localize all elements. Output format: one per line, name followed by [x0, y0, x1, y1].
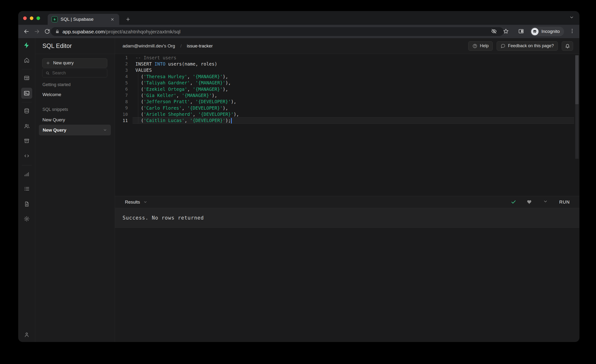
home-icon[interactable] — [21, 55, 32, 66]
main-header: adam@windmill.dev's Org / issue-tracker … — [115, 38, 579, 54]
settings-icon[interactable] — [21, 213, 32, 224]
code-text: INSERT INTO users(name, roles) — [135, 61, 217, 67]
code-line-9[interactable]: 9 ('Carlo Flores', '{DEVELOPER}'), — [115, 105, 579, 111]
rail-divider — [22, 102, 32, 102]
run-options-chevron-icon[interactable] — [543, 199, 549, 205]
line-number: 4 — [115, 74, 129, 79]
sql-editor-icon[interactable] — [21, 88, 32, 99]
results-bar: Results RUN — [115, 196, 579, 208]
search-input[interactable] — [52, 71, 104, 75]
api-docs-icon[interactable] — [21, 199, 32, 209]
main-area: adam@windmill.dev's Org / issue-tracker … — [115, 38, 579, 342]
incognito-badge[interactable]: Incognito — [530, 27, 564, 36]
results-message: Success. No rows returned — [123, 215, 204, 221]
supabase-favicon-icon — [52, 16, 58, 22]
new-query-button[interactable]: New query — [42, 58, 107, 68]
back-button[interactable] — [23, 28, 30, 35]
code-line-7[interactable]: 7 ('Gia Keller', '{MANAGER}'), — [115, 92, 579, 98]
code-text: ('Carlo Flores', '{DEVELOPER}'), — [135, 105, 228, 111]
zoom-window-button[interactable] — [37, 16, 40, 20]
chat-bubble-icon — [501, 43, 506, 48]
browser-toolbar: app.supabase.com/project/azahtnhqohyjerz… — [18, 25, 579, 38]
new-tab-button[interactable] — [124, 15, 132, 23]
results-empty-area — [115, 228, 579, 342]
database-icon[interactable] — [21, 105, 32, 116]
run-button[interactable]: RUN — [559, 200, 570, 205]
snippet-label: New Query — [43, 127, 66, 133]
code-line-10[interactable]: 10 ('Arielle Shepherd', '{DEVELOPER}'), — [115, 111, 579, 118]
traffic-lights — [23, 16, 40, 20]
snippet-item[interactable]: New Query — [42, 117, 65, 123]
rail-divider — [22, 69, 32, 69]
code-line-5[interactable]: 5 ('Taliyah Gardner', '{MANAGER}'), — [115, 80, 579, 86]
breadcrumb-project[interactable]: issue-tracker — [187, 43, 213, 49]
code-line-11[interactable]: 11 ('Caitlin Lucas', '{DEVELOPER}'); — [115, 117, 579, 124]
notifications-button[interactable] — [562, 41, 573, 51]
reports-icon[interactable] — [21, 169, 32, 180]
code-text: ('Ezekiel Ortega', '{MANAGER}'), — [135, 87, 228, 92]
logs-icon[interactable] — [21, 183, 32, 194]
url-text: app.supabase.com/project/azahtnhqohyjerz… — [62, 29, 180, 35]
code-line-6[interactable]: 6 ('Ezekiel Ortega', '{MANAGER}'), — [115, 86, 579, 92]
address-bar[interactable]: app.supabase.com/project/azahtnhqohyjerz… — [51, 27, 504, 36]
search-box[interactable] — [42, 69, 107, 77]
snippet-item[interactable]: Welcome — [42, 92, 61, 97]
favorite-heart-icon[interactable] — [527, 199, 533, 205]
code-line-2[interactable]: 2INSERT INTO users(name, roles) — [115, 60, 579, 67]
line-number: 9 — [115, 105, 129, 110]
browser-menu-icon[interactable] — [569, 28, 576, 35]
browser-window: SQL | Supabase app.supabase.com/project/… — [18, 11, 579, 342]
breadcrumb-org[interactable]: adam@windmill.dev's Org — [123, 43, 175, 49]
code-text: ('Jefferson Pratt', '{DEVELOPER}'), — [135, 99, 236, 104]
line-number: 2 — [115, 61, 129, 66]
results-output: Success. No rows returned — [115, 208, 579, 228]
code-text: VALUES — [135, 67, 152, 73]
lock-icon — [55, 29, 60, 34]
supabase-logo-icon[interactable] — [21, 40, 32, 51]
forward-button[interactable] — [34, 28, 41, 35]
code-text: -- Insert users — [135, 55, 176, 60]
code-text: ('Caitlin Lucas', '{DEVELOPER}'); — [135, 118, 232, 124]
line-number: 11 — [115, 118, 129, 123]
line-number: 3 — [115, 68, 129, 73]
tab-title: SQL | Supabase — [60, 17, 109, 22]
results-dropdown[interactable]: Results — [125, 200, 147, 205]
code-line-4[interactable]: 4 ('Theresa Hurley', '{MANAGER}'), — [115, 73, 579, 80]
privacy-eye-off-icon[interactable] — [491, 28, 498, 35]
line-number: 1 — [115, 55, 129, 60]
browser-tab[interactable]: SQL | Supabase — [48, 14, 119, 25]
line-number: 5 — [115, 80, 129, 85]
breadcrumb-separator: / — [180, 43, 181, 49]
tab-close-icon[interactable] — [109, 16, 115, 22]
code-line-3[interactable]: 3VALUES — [115, 67, 579, 74]
auth-icon[interactable] — [21, 121, 32, 132]
table-editor-icon[interactable] — [21, 73, 32, 83]
tab-strip: SQL | Supabase — [18, 11, 579, 25]
help-button[interactable]: Help — [468, 41, 493, 51]
snippet-item-selected[interactable]: New Query — [39, 125, 111, 135]
code-text: ('Taliyah Gardner', '{MANAGER}'), — [135, 80, 231, 85]
bookmark-star-icon[interactable] — [503, 28, 509, 35]
plus-icon — [46, 61, 50, 65]
code-line-1[interactable]: 1-- Insert users — [115, 54, 579, 61]
panel-header: SQL Editor — [35, 38, 115, 54]
tab-search-chevron-icon[interactable] — [569, 15, 574, 20]
code-text: ('Arielle Shepherd', '{DEVELOPER}'), — [135, 111, 239, 117]
close-window-button[interactable] — [23, 16, 27, 20]
account-icon[interactable] — [21, 329, 32, 340]
text-cursor — [231, 118, 232, 124]
reload-button[interactable] — [44, 28, 51, 35]
success-check-icon — [511, 199, 517, 205]
edge-functions-icon[interactable] — [21, 150, 32, 161]
code-line-8[interactable]: 8 ('Jefferson Pratt', '{DEVELOPER}'), — [115, 98, 579, 105]
line-number: 8 — [115, 99, 129, 104]
side-panel-icon[interactable] — [518, 28, 525, 35]
help-icon — [472, 43, 477, 49]
minimize-window-button[interactable] — [30, 16, 33, 20]
storage-icon[interactable] — [21, 135, 32, 146]
sql-code-editor[interactable]: 1-- Insert users2INSERT INTO users(name,… — [115, 54, 579, 196]
queries-panel: SQL Editor New query Getting startedWelc… — [35, 38, 115, 342]
feedback-button[interactable]: Feedback on this page? — [497, 41, 558, 51]
line-number: 7 — [115, 93, 129, 98]
nav-rail — [18, 38, 35, 342]
